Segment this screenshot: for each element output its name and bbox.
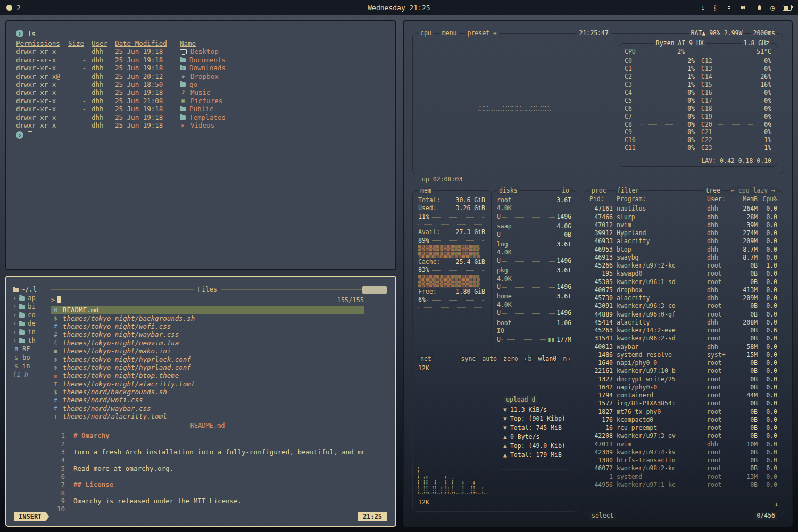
process-row[interactable]: 45730alacrittydhh209M0.0 xyxy=(584,294,783,302)
terminal-cursor[interactable] xyxy=(28,131,32,139)
process-row[interactable]: 1640napi/phy0-0root0B0.0 xyxy=(584,359,783,367)
process-row[interactable]: 45263kworker/14:2-everoot0B0.6 xyxy=(584,327,783,335)
process-row[interactable]: 1systemdroot13M0.0 xyxy=(584,473,783,481)
clock-icon[interactable]: ◷ xyxy=(770,4,775,12)
process-row[interactable]: 46072kworker/u98:2-kcroot0B0.0 xyxy=(584,464,783,472)
refresh-interval[interactable]: 2000ms xyxy=(751,29,777,37)
process-select-hint[interactable]: select xyxy=(589,512,616,520)
btop-tab-menu[interactable]: menu xyxy=(440,29,459,37)
tray-expand-icon[interactable]: ⇣ xyxy=(701,4,705,12)
process-row[interactable]: 46933alacrittydhh209M0.0 xyxy=(584,237,783,245)
picker-item[interactable]: ◎themes/tokyo-night/hyprlock.conf xyxy=(51,355,364,363)
process-row[interactable]: 45414alacrittydhh208M0.0 xyxy=(584,319,783,327)
net-control-sync[interactable]: sync xyxy=(460,355,477,363)
process-row[interactable]: 1327dmcrypt_write/25root0B0.0 xyxy=(584,376,783,384)
picker-item[interactable]: #themes/tokyo-night/waybar.css xyxy=(51,330,364,338)
picker-item[interactable]: ☾themes/tokyo-night/neovim.lua xyxy=(51,339,364,347)
process-row[interactable]: 47011nvimdhh10M0.0 xyxy=(584,440,783,448)
cpu-temperature: 51°C xyxy=(757,48,771,55)
tree-item[interactable]: (1 h xyxy=(13,370,50,379)
picker-item[interactable]: MREADME.md xyxy=(51,306,364,314)
io-title[interactable]: io xyxy=(560,187,571,195)
process-row[interactable]: 42208kworker/u97:3-evroot0B0.0 xyxy=(584,432,783,440)
wifi-icon[interactable] xyxy=(725,5,733,11)
picker-item[interactable]: #themes/tokyo-night/wofi.css xyxy=(51,322,364,330)
net-control-wlan0[interactable]: wlan0 xyxy=(537,355,558,363)
process-row[interactable]: 1642napi/phy0-0root0B0.0 xyxy=(584,384,783,392)
net-control-b[interactable]: ←b xyxy=(523,355,533,363)
process-row[interactable]: 1827mt76-tx phy0root0B0.0 xyxy=(584,408,783,416)
process-filter[interactable]: filter xyxy=(615,187,642,195)
topbar-clock[interactable]: Wednesday 21:25 xyxy=(0,4,798,12)
picker-item[interactable]: $themes/nord/backgrounds.sh xyxy=(51,388,364,396)
tree-item[interactable]: ›in xyxy=(13,328,50,336)
scroll-down-icon[interactable]: ↓ xyxy=(775,501,778,508)
net-control-zero[interactable]: zero xyxy=(502,355,519,363)
disks-title[interactable]: disks xyxy=(497,187,520,195)
btop-tab-preset[interactable]: preset ✳ xyxy=(465,29,498,37)
net-control-auto[interactable]: auto xyxy=(481,355,498,363)
tree-root[interactable]: ~/.l xyxy=(13,285,50,294)
tree-item[interactable]: ›ap xyxy=(13,294,50,302)
process-tree-toggle[interactable]: tree xyxy=(703,187,722,195)
process-row[interactable]: 46913swaybgdhh8.7M0.0 xyxy=(584,254,783,262)
process-row[interactable]: 42309kworker/u97:4-kvroot0B0.0 xyxy=(584,448,783,456)
workspace-icon[interactable] xyxy=(6,5,12,11)
volume-icon[interactable] xyxy=(741,5,749,11)
picker-item[interactable]: ⊤themes/tokyo-night/alacritty.toml xyxy=(51,380,364,388)
process-row[interactable]: 45266kworker/u97:2-kcroot0B1.0 xyxy=(584,262,783,270)
microphone-icon[interactable] xyxy=(757,5,762,10)
process-row[interactable]: 195kswapd0root0B0.0 xyxy=(584,270,783,278)
process-row[interactable]: 1486systemd-resolvesyst+15M0.0 xyxy=(584,351,783,359)
system-monitor-window[interactable]: cpumenupreset ✳ 21:25:47 BAT▲ 98% 2.99W … xyxy=(403,20,793,527)
workspace-area: 2 xyxy=(6,4,21,12)
divider-line xyxy=(221,289,364,290)
process-row[interactable]: 1380btrfs-transactioroot0B0.0 xyxy=(584,456,783,464)
process-row[interactable]: 47466slurpdhh28M0.0 xyxy=(584,213,783,221)
process-row[interactable]: 43091kworker/u96:3-coroot0B0.0 xyxy=(584,302,783,310)
workspace-indicator[interactable]: 2 xyxy=(16,4,21,12)
tree-item[interactable]: ›de xyxy=(13,319,50,328)
picker-input-row[interactable]: > 155/155 xyxy=(51,294,364,306)
terminal-window[interactable]: ls PermissionsSizeUserDate ModifiedName … xyxy=(5,20,396,270)
picker-item[interactable]: ≡themes/tokyo-night/mako.ini xyxy=(51,347,364,355)
picker-item[interactable]: #themes/nord/waybar.css xyxy=(51,404,364,412)
picker-item[interactable]: ◎themes/tokyo-night/hyprland.conf xyxy=(51,363,364,371)
process-row[interactable]: 40075dropboxdhh413M0.0 xyxy=(584,286,783,294)
picker-item[interactable]: ⊤themes/nord/alacritty.toml xyxy=(51,412,364,420)
bluetooth-icon[interactable]: ᛒ xyxy=(713,4,717,12)
process-row[interactable]: 47012nvimdhh39M0.0 xyxy=(584,221,783,229)
process-row[interactable]: 40013waybardhh58M0.0 xyxy=(584,343,783,351)
process-title[interactable]: proc xyxy=(589,187,609,195)
process-row[interactable]: 1577irq/81-PIXA3854:root0B0.0 xyxy=(584,400,783,408)
process-row[interactable]: 44956kworker/u97:1-kcroot0B0.0 xyxy=(584,481,783,489)
scrollbar-thumb[interactable] xyxy=(362,286,387,294)
process-row[interactable]: 176kcompactd0root0B0.0 xyxy=(584,416,783,424)
process-row[interactable]: 31541kworker/u96:2-sdroot0B0.0 xyxy=(584,335,783,343)
tree-item[interactable]: MRE xyxy=(13,345,50,353)
process-sort-mode[interactable]: ← cpu lazy → xyxy=(729,187,777,195)
btop-tab-cpu[interactable]: cpu xyxy=(418,29,434,37)
tree-item[interactable]: ›co xyxy=(13,311,50,319)
process-row[interactable]: 22161kworker/u97:10-broot0B0.0 xyxy=(584,367,783,375)
picker-item[interactable]: ◉themes/tokyo-night/btop.theme xyxy=(51,371,364,379)
editor-window[interactable]: ~/.l›ap›bi›co›de›in›thMRE$bo$in(1 h File… xyxy=(5,276,396,527)
process-row[interactable]: 47161nautilusdhh264M0.0 xyxy=(584,205,783,213)
process-row[interactable]: 16rcu_preemptroot0B0.0 xyxy=(584,424,783,432)
file-name: ♪Music xyxy=(180,88,386,96)
tree-item[interactable]: $in xyxy=(13,362,50,370)
tree-item[interactable]: $bo xyxy=(13,353,50,362)
picker-item[interactable]: $themes/tokyo-night/backgrounds.sh xyxy=(51,314,364,322)
process-row[interactable]: 45305kworker/u96:1-sdroot0B0.0 xyxy=(584,278,783,286)
battery-icon[interactable] xyxy=(783,5,792,11)
memory-title[interactable]: mem xyxy=(418,187,434,195)
tree-item[interactable]: ›bi xyxy=(13,302,50,311)
process-row[interactable]: 44889kworker/u96:0-gfroot0B0.0 xyxy=(584,311,783,319)
tree-item[interactable]: ›th xyxy=(13,336,50,345)
net-control-n[interactable]: n→ xyxy=(562,355,571,363)
network-title[interactable]: net xyxy=(418,355,434,363)
process-row[interactable]: 39912Hyprlanddhh274M0.0 xyxy=(584,229,783,237)
process-row[interactable]: 1794containerdroot44M0.0 xyxy=(584,392,783,400)
picker-item[interactable]: #themes/nord/wofi.css xyxy=(51,396,364,404)
process-row[interactable]: 46953btopdhh8.7M0.0 xyxy=(584,246,783,254)
